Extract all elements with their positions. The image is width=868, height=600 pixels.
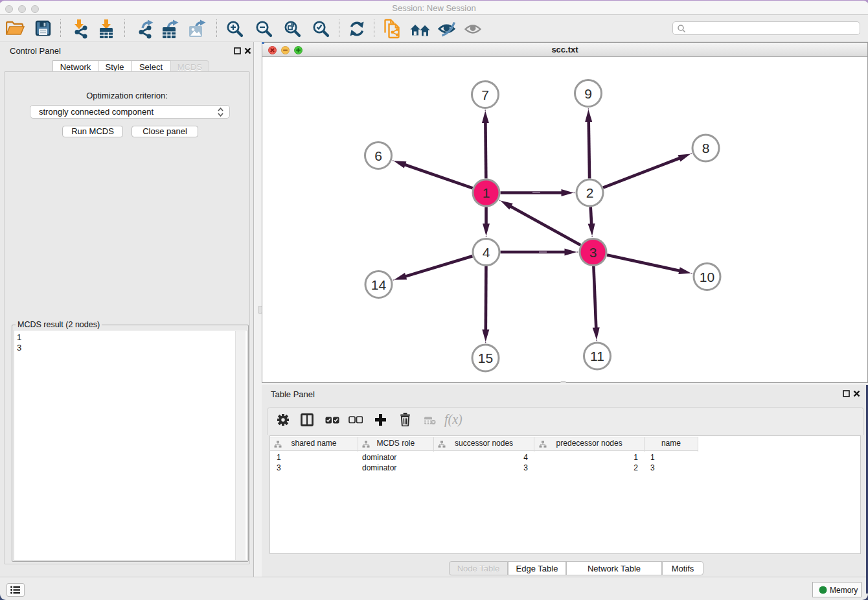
svg-text:4: 4 bbox=[483, 245, 490, 260]
svg-text:15: 15 bbox=[478, 351, 493, 365]
svg-text:9: 9 bbox=[584, 86, 592, 101]
svg-text:8: 8 bbox=[702, 141, 710, 156]
svg-text:11: 11 bbox=[590, 349, 604, 363]
svg-text:7: 7 bbox=[481, 87, 489, 102]
svg-text:14: 14 bbox=[371, 277, 387, 292]
svg-text:2: 2 bbox=[586, 185, 594, 200]
svg-text:3: 3 bbox=[589, 245, 597, 260]
svg-text:6: 6 bbox=[374, 148, 382, 163]
svg-text:10: 10 bbox=[700, 270, 714, 284]
svg-text:1: 1 bbox=[483, 185, 490, 200]
